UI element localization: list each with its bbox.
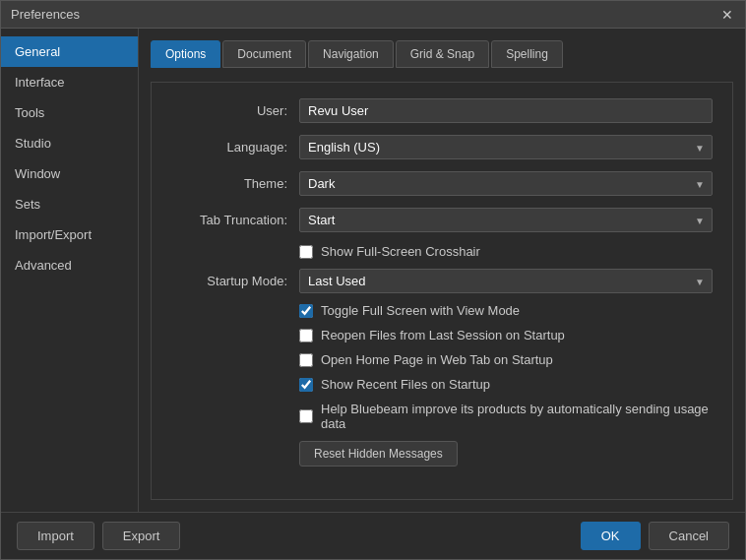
tab-truncation-row: Tab Truncation: Start Middle End ▼ <box>171 208 713 232</box>
close-button[interactable]: ✕ <box>719 7 735 23</box>
tab-truncation-select-wrap: Start Middle End ▼ <box>299 208 713 232</box>
footer-left: Import Export <box>17 522 180 550</box>
show-recent-label[interactable]: Show Recent Files on Startup <box>321 377 490 392</box>
theme-row: Theme: Dark Light System ▼ <box>171 171 713 196</box>
import-button[interactable]: Import <box>17 522 94 550</box>
crosshair-checkbox[interactable] <box>299 245 313 259</box>
title-bar: Preferences ✕ <box>1 1 745 29</box>
startup-mode-label: Startup Mode: <box>171 274 299 288</box>
help-bluebeam-label[interactable]: Help Bluebeam improve its products by au… <box>321 402 713 431</box>
tab-truncation-select[interactable]: Start Middle End <box>299 208 713 232</box>
sidebar-item-general[interactable]: General <box>1 36 138 67</box>
sidebar-item-window[interactable]: Window <box>1 158 138 189</box>
sidebar-item-interface[interactable]: Interface <box>1 67 138 97</box>
crosshair-row: Show Full-Screen Crosshair <box>171 244 713 259</box>
reset-hidden-messages-button[interactable]: Reset Hidden Messages <box>299 441 458 467</box>
cancel-button[interactable]: Cancel <box>649 522 729 550</box>
footer-right: OK Cancel <box>581 522 729 550</box>
tab-navigation[interactable]: Navigation <box>308 40 394 68</box>
tab-document[interactable]: Document <box>222 40 306 68</box>
sidebar: General Interface Tools Studio Window Se… <box>1 29 139 512</box>
toggle-fullscreen-label[interactable]: Toggle Full Screen with View Mode <box>321 303 520 318</box>
tab-truncation-label: Tab Truncation: <box>171 213 299 227</box>
sidebar-item-import-export[interactable]: Import/Export <box>1 219 138 250</box>
theme-select-wrap: Dark Light System ▼ <box>299 171 713 196</box>
dialog-footer: Import Export OK Cancel <box>1 512 745 559</box>
sidebar-item-studio[interactable]: Studio <box>1 128 138 158</box>
main-content: Options Document Navigation Grid & Snap … <box>139 29 745 512</box>
language-select-wrap: English (US) Spanish French German ▼ <box>299 135 713 159</box>
sidebar-item-advanced[interactable]: Advanced <box>1 250 138 280</box>
help-bluebeam-checkbox[interactable] <box>299 409 313 423</box>
dialog-title: Preferences <box>11 7 80 22</box>
tab-options[interactable]: Options <box>151 40 220 68</box>
open-home-row: Open Home Page in Web Tab on Startup <box>171 352 713 367</box>
startup-mode-row: Startup Mode: Last Used Home Empty ▼ <box>171 269 713 293</box>
sidebar-item-sets[interactable]: Sets <box>1 189 138 219</box>
language-row: Language: English (US) Spanish French Ge… <box>171 135 713 159</box>
theme-select[interactable]: Dark Light System <box>299 171 713 196</box>
startup-mode-select-wrap: Last Used Home Empty ▼ <box>299 269 713 293</box>
dialog-body: General Interface Tools Studio Window Se… <box>1 29 745 512</box>
language-select[interactable]: English (US) Spanish French German <box>299 135 713 159</box>
show-recent-row: Show Recent Files on Startup <box>171 377 713 392</box>
language-label: Language: <box>171 140 299 155</box>
reopen-files-checkbox[interactable] <box>299 329 313 342</box>
sidebar-item-tools[interactable]: Tools <box>1 97 138 128</box>
help-bluebeam-row: Help Bluebeam improve its products by au… <box>171 402 713 431</box>
reopen-files-row: Reopen Files from Last Session on Startu… <box>171 328 713 342</box>
tab-spelling[interactable]: Spelling <box>491 40 563 68</box>
toggle-fullscreen-row: Toggle Full Screen with View Mode <box>171 303 713 318</box>
toggle-fullscreen-checkbox[interactable] <box>299 304 313 318</box>
ok-button[interactable]: OK <box>581 522 641 550</box>
user-input[interactable] <box>299 98 713 123</box>
reset-row: Reset Hidden Messages <box>171 441 713 467</box>
user-row: User: <box>171 98 713 123</box>
show-recent-checkbox[interactable] <box>299 378 313 392</box>
tab-grid-snap[interactable]: Grid & Snap <box>396 40 489 68</box>
export-button[interactable]: Export <box>102 522 181 550</box>
user-label: User: <box>171 103 299 118</box>
preferences-dialog: Preferences ✕ General Interface Tools St… <box>0 0 746 560</box>
crosshair-label[interactable]: Show Full-Screen Crosshair <box>321 244 480 259</box>
content-area: User: Language: English (US) Spanish Fre… <box>151 82 733 500</box>
open-home-checkbox[interactable] <box>299 353 313 367</box>
startup-mode-select[interactable]: Last Used Home Empty <box>299 269 713 293</box>
theme-label: Theme: <box>171 176 299 191</box>
tabs-bar: Options Document Navigation Grid & Snap … <box>151 40 733 68</box>
reopen-files-label[interactable]: Reopen Files from Last Session on Startu… <box>321 328 565 342</box>
open-home-label[interactable]: Open Home Page in Web Tab on Startup <box>321 352 553 367</box>
user-input-wrap <box>299 98 713 123</box>
